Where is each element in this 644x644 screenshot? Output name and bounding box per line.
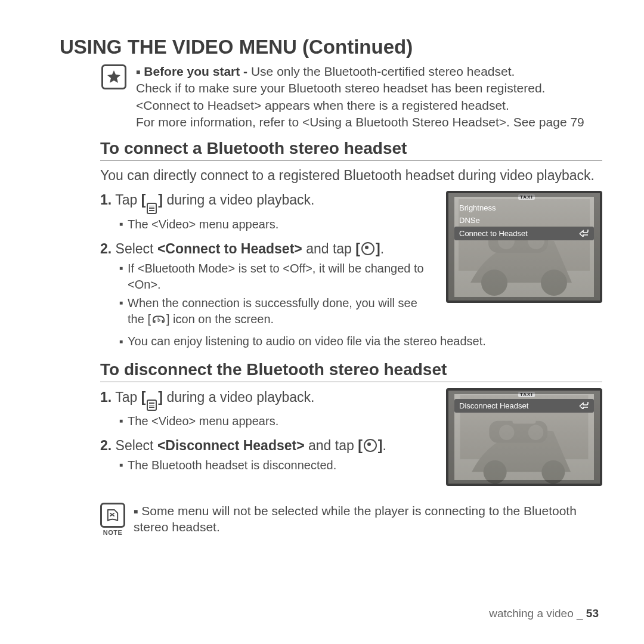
svg-point-4 (541, 270, 567, 296)
select-icon (360, 242, 376, 255)
star-icon (101, 64, 126, 89)
step-2-sub-disconnect: The Bluetooth headset is disconnected. (128, 457, 336, 473)
device-screenshot-connect: TAXI Brightness DNSe Connect to Headset (446, 191, 602, 303)
step-2-disconnect: 2. Select <Disconnect Headset> and tap [… (100, 436, 433, 455)
step-1-connect: 1. Tap [] during a video playback. (100, 191, 433, 213)
intro-connect: You can directly connect to a registered… (100, 167, 602, 185)
select-icon (363, 439, 378, 452)
heading-disconnect: To disconnect the Bluetooth stereo heads… (100, 360, 602, 382)
svg-point-3 (481, 270, 507, 296)
bluetooth-headset-icon (151, 314, 166, 325)
svg-point-12 (541, 460, 565, 484)
step-1-disconnect: 1. Tap [] during a video playback. (100, 388, 433, 411)
step-2-connect: 2. Select <Connect to Headset> and tap [… (100, 240, 433, 258)
menu-item-connect-headset: Connect to Headset (459, 229, 528, 238)
before-you-start-text: ■Before you start - Use only the Bluetoo… (136, 63, 584, 131)
step-1-sub-disconnect: The <Video> menu appears. (128, 413, 278, 429)
heading-connect: To connect a Bluetooth stereo headset (100, 139, 602, 161)
device-screenshot-disconnect: TAXI Disconnect Headset (446, 388, 602, 486)
svg-point-15 (528, 425, 543, 439)
note-text: ■Some menu will not be selected while th… (134, 503, 602, 535)
svg-marker-0 (107, 70, 120, 83)
page-title: USING THE VIDEO MENU (Continued) (60, 36, 602, 58)
step-2-sub3-connect: You can enjoy listening to audio on vide… (128, 335, 486, 348)
step-1-sub-connect: The <Video> menu appears. (128, 216, 278, 233)
step-2-sub1-connect: If <Bluetooth Mode> is set to <Off>, it … (128, 261, 433, 293)
return-icon (578, 401, 589, 411)
menu-icon (145, 203, 158, 214)
menu-item-dnse: DNSe (459, 216, 480, 225)
return-icon (578, 228, 589, 239)
menu-item-brightness: Brightness (459, 203, 496, 212)
svg-point-14 (499, 425, 514, 439)
menu-item-disconnect-headset: Disconnect Headset (459, 401, 528, 410)
page-footer: watching a video _ 53 (489, 607, 599, 620)
step-2-sub2-connect: When the connection is successfully done… (128, 295, 433, 327)
svg-point-11 (484, 460, 507, 484)
note-icon (100, 503, 125, 528)
svg-rect-16 (512, 415, 535, 424)
menu-icon (145, 400, 158, 411)
note-label: NOTE (103, 529, 123, 536)
